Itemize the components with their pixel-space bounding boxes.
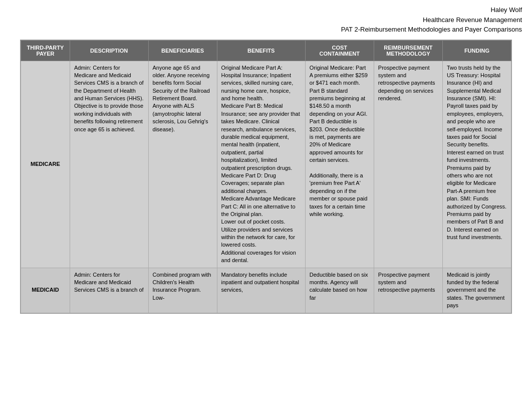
medicaid-cost: Deductible based on six months. Agency w… bbox=[305, 268, 374, 313]
col-header-funding: FUNDING bbox=[442, 40, 511, 61]
medicaid-description: Admin: Centers for Medicare and Medicaid… bbox=[70, 268, 148, 313]
table-row-medicare: MEDICARE Admin: Centers for Medicare and… bbox=[21, 61, 511, 268]
header-name: Haley Wolf bbox=[0, 5, 522, 15]
main-table-wrapper: THIRD-PARTY PAYER DESCRIPTION BENEFICIAR… bbox=[20, 40, 512, 314]
header-course: Healthcare Revenue Management bbox=[0, 15, 522, 25]
table-row-medicaid: MEDICAID Admin: Centers for Medicare and… bbox=[21, 268, 511, 313]
col-header-description: DESCRIPTION bbox=[70, 40, 148, 61]
medicare-cost: Original Medicare: Part A premiums eithe… bbox=[305, 61, 374, 268]
col-header-reimbursement: REIMBURSEMENTMETHODOLOGY bbox=[374, 40, 442, 61]
medicaid-funding: Medicaid is jointly funded by the federa… bbox=[442, 268, 511, 313]
col-header-cost: COSTCONTAINMENT bbox=[305, 40, 374, 61]
medicaid-benefits: Mandatory benefits include inpatient and… bbox=[217, 268, 305, 313]
medicare-description: Admin: Centers for Medicare and Medicaid… bbox=[70, 61, 148, 268]
col-header-benefits: BENEFITS bbox=[217, 40, 305, 61]
medicaid-reimbursement: Prospective payment system and retrospec… bbox=[374, 268, 442, 313]
medicaid-beneficiaries: Combined program with Children's Health … bbox=[148, 268, 217, 313]
col-header-payer: THIRD-PARTY PAYER bbox=[21, 40, 70, 61]
payer-medicare: MEDICARE bbox=[21, 61, 70, 268]
medicare-funding: Two trusts held by the US Treasury: Hosp… bbox=[442, 61, 511, 268]
medicare-reimbursement: Prospective payment system and retrospec… bbox=[374, 61, 442, 268]
header: Haley Wolf Healthcare Revenue Management… bbox=[0, 0, 532, 40]
medicare-benefits: Original Medicare Part A: Hospital Insur… bbox=[217, 61, 305, 268]
header-title: PAT 2-Reimbursement Methodologies and Pa… bbox=[0, 25, 522, 35]
payer-medicaid: MEDICAID bbox=[21, 268, 70, 313]
col-header-beneficiaries: BENEFICIARIES bbox=[148, 40, 217, 61]
payer-comparison-table: THIRD-PARTY PAYER DESCRIPTION BENEFICIAR… bbox=[21, 40, 511, 313]
medicare-beneficiaries: Anyone age 65 and older. Anyone receivin… bbox=[148, 61, 217, 268]
table-header-row: THIRD-PARTY PAYER DESCRIPTION BENEFICIAR… bbox=[21, 40, 511, 61]
